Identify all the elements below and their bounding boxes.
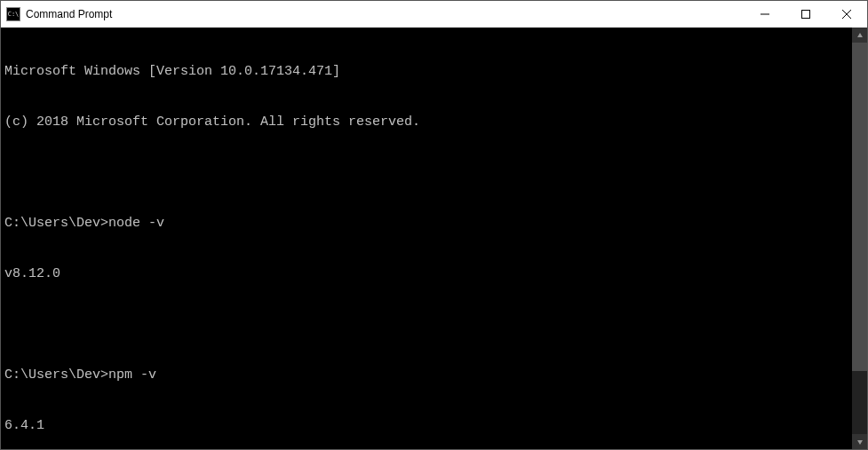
titlebar[interactable]: Command Prompt <box>1 1 867 28</box>
app-icon <box>6 7 20 21</box>
header-line: (c) 2018 Microsoft Corporation. All righ… <box>4 114 848 130</box>
scroll-down-button[interactable] <box>852 434 867 449</box>
svg-marker-5 <box>857 440 863 445</box>
command-line: C:\Users\Dev>npm -v <box>4 367 848 383</box>
minimize-button[interactable] <box>745 1 785 28</box>
blank-line <box>4 164 848 181</box>
scrollbar-thumb[interactable] <box>852 43 867 371</box>
command-prompt-window: Command Prompt Microsoft Windows [Versio… <box>0 0 868 450</box>
prompt: C:\Users\Dev> <box>4 367 108 383</box>
command: node -v <box>108 216 164 231</box>
scroll-up-button[interactable] <box>852 28 867 43</box>
blank-line <box>4 316 848 333</box>
close-button[interactable] <box>826 1 867 28</box>
terminal-output[interactable]: Microsoft Windows [Version 10.0.17134.47… <box>1 28 852 449</box>
command: npm -v <box>108 367 156 383</box>
command-line: C:\Users\Dev>node -v <box>4 215 848 232</box>
client-area: Microsoft Windows [Version 10.0.17134.47… <box>1 28 867 449</box>
output-line: 6.4.1 <box>4 417 848 434</box>
svg-rect-1 <box>802 11 810 19</box>
window-title: Command Prompt <box>26 8 112 20</box>
maximize-button[interactable] <box>785 1 826 28</box>
output-line: v8.12.0 <box>4 265 848 282</box>
svg-marker-4 <box>857 33 863 37</box>
header-line: Microsoft Windows [Version 10.0.17134.47… <box>4 63 848 80</box>
window-controls <box>745 1 867 28</box>
prompt: C:\Users\Dev> <box>4 216 108 231</box>
vertical-scrollbar[interactable] <box>852 28 867 449</box>
